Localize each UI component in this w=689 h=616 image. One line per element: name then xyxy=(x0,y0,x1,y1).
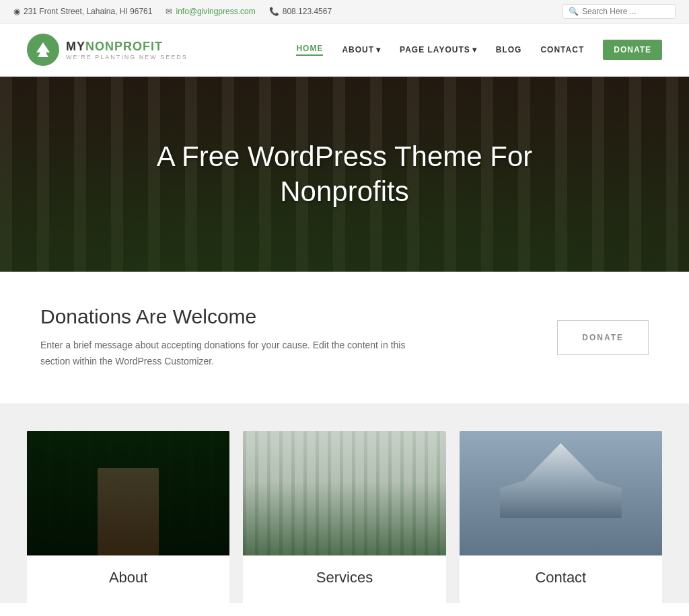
nav-donate[interactable]: DONATE xyxy=(603,40,662,60)
donate-button[interactable]: DONATE xyxy=(557,320,649,355)
top-bar: ◉ 231 Front Street, Lahaina, HI 96761 ✉ … xyxy=(0,0,689,24)
logo[interactable]: MYNONPROFIT WE'RE PLANTING NEW SEEDS xyxy=(27,34,188,66)
donations-text-block: Donations Are Welcome Enter a brief mess… xyxy=(40,305,410,370)
phone-text: 808.123.4567 xyxy=(283,7,332,16)
nav-blog[interactable]: BLOG xyxy=(496,45,522,54)
pin-icon: ◉ xyxy=(13,7,20,16)
nav-page-layouts[interactable]: PAGE LAYOUTS ▾ xyxy=(400,45,477,54)
email-icon: ✉ xyxy=(166,7,172,16)
logo-name-prefix: MY xyxy=(66,40,85,53)
email-item: ✉ info@givingpress.com xyxy=(166,7,255,16)
donations-body: Enter a brief message about accepting do… xyxy=(40,338,410,370)
main-nav: HOME ABOUT ▾ PAGE LAYOUTS ▾ BLOG CONTACT… xyxy=(296,40,662,60)
card-services-image xyxy=(243,431,445,555)
logo-tagline: WE'RE PLANTING NEW SEEDS xyxy=(66,54,188,61)
search-bar[interactable]: 🔍 xyxy=(563,4,676,19)
card-contact-image xyxy=(460,431,662,555)
layouts-dropdown-icon: ▾ xyxy=(472,45,477,54)
donations-heading: Donations Are Welcome xyxy=(40,305,410,328)
address-text: 231 Front Street, Lahaina, HI 96761 xyxy=(24,7,152,16)
nav-about[interactable]: ABOUT ▾ xyxy=(342,45,381,54)
address-item: ◉ 231 Front Street, Lahaina, HI 96761 xyxy=(13,7,152,16)
hero-section: A Free WordPress Theme For Nonprofits xyxy=(0,77,689,272)
hero-title: A Free WordPress Theme For Nonprofits xyxy=(143,139,546,210)
phone-item: 📞 808.123.4567 xyxy=(269,7,332,16)
card-contact[interactable]: Contact xyxy=(460,431,662,603)
logo-name-suffix: NONPROFIT xyxy=(85,40,163,53)
hero-content: A Free WordPress Theme For Nonprofits xyxy=(143,139,546,210)
donations-section: Donations Are Welcome Enter a brief mess… xyxy=(0,272,689,404)
logo-text-block: MYNONPROFIT WE'RE PLANTING NEW SEEDS xyxy=(66,40,188,61)
email-link[interactable]: info@givingpress.com xyxy=(176,7,255,16)
logo-icon xyxy=(27,34,59,66)
svg-marker-0 xyxy=(36,42,50,57)
search-input[interactable] xyxy=(582,7,669,16)
card-contact-label: Contact xyxy=(460,555,662,603)
card-services[interactable]: Services xyxy=(243,431,445,603)
card-services-label: Services xyxy=(243,555,445,603)
nav-home[interactable]: HOME xyxy=(296,44,323,56)
card-about-image xyxy=(27,431,229,555)
search-icon: 🔍 xyxy=(569,7,579,16)
nav-contact[interactable]: CONTACT xyxy=(540,45,584,54)
card-about[interactable]: About xyxy=(27,431,229,603)
logo-name: MYNONPROFIT xyxy=(66,40,188,54)
card-about-label: About xyxy=(27,555,229,603)
top-bar-contact-info: ◉ 231 Front Street, Lahaina, HI 96761 ✉ … xyxy=(13,7,332,16)
tree-icon xyxy=(34,40,52,59)
about-dropdown-icon: ▾ xyxy=(376,45,381,54)
cards-section: About Services Contact xyxy=(0,404,689,603)
site-header: MYNONPROFIT WE'RE PLANTING NEW SEEDS HOM… xyxy=(0,24,689,77)
phone-icon: 📞 xyxy=(269,7,279,16)
